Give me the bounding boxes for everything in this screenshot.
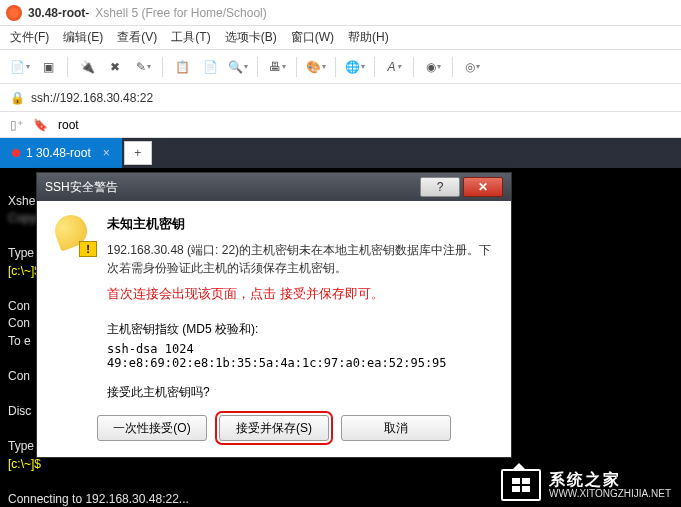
properties-button[interactable]: ✎ bbox=[131, 55, 155, 79]
dialog-question: 接受此主机密钥吗? bbox=[107, 384, 493, 401]
dialog-heading: 未知主机密钥 bbox=[107, 215, 493, 233]
copy-button[interactable]: 📋 bbox=[170, 55, 194, 79]
add-bookmark-icon[interactable]: ▯⁺ bbox=[10, 118, 23, 132]
dialog-message: 192.168.30.48 (端口: 22)的主机密钥未在本地主机密钥数据库中注… bbox=[107, 241, 493, 277]
address-bar: 🔒 ssh://192.168.30.48:22 bbox=[0, 84, 681, 112]
fingerprint-label: 主机密钥指纹 (MD5 校验和): bbox=[107, 321, 493, 338]
terminal-line: Con bbox=[8, 369, 30, 383]
menu-help[interactable]: 帮助(H) bbox=[348, 29, 389, 46]
watermark: 系统之家 WWW.XITONGZHIJIA.NET bbox=[501, 469, 671, 501]
terminal-line: Con bbox=[8, 299, 30, 313]
menubar: 文件(F) 编辑(E) 查看(V) 工具(T) 选项卡(B) 窗口(W) 帮助(… bbox=[0, 26, 681, 50]
lock-icon: 🔒 bbox=[10, 91, 25, 105]
address-text[interactable]: ssh://192.168.30.48:22 bbox=[31, 91, 153, 105]
accept-save-button[interactable]: 接受并保存(S) bbox=[219, 415, 329, 441]
tab-close-icon[interactable]: × bbox=[103, 146, 110, 160]
terminal-line: Type bbox=[8, 439, 34, 453]
terminal-prompt: [c:\~]$ bbox=[8, 457, 41, 471]
tab-status-dot bbox=[12, 149, 20, 157]
accept-once-button[interactable]: 一次性接受(O) bbox=[97, 415, 207, 441]
menu-tabs[interactable]: 选项卡(B) bbox=[225, 29, 277, 46]
encoding-button[interactable]: 🌐 bbox=[343, 55, 367, 79]
tab-add-button[interactable]: + bbox=[124, 141, 152, 165]
find-button[interactable]: 🔍 bbox=[226, 55, 250, 79]
fingerprint-value: ssh-dsa 1024 49:e8:69:02:e8:1b:35:5a:4a:… bbox=[107, 342, 493, 370]
toolbar: 📄 ▣ 🔌 ✖ ✎ 📋 📄 🔍 🖶 🎨 🌐 A ◉ ◎ bbox=[0, 50, 681, 84]
xagent-button[interactable]: ◉ bbox=[421, 55, 445, 79]
paste-button[interactable]: 📄 bbox=[198, 55, 222, 79]
ssh-warning-dialog: SSH安全警告 ? ✕ ! 未知主机密钥 192.168.30.48 (端口: … bbox=[36, 172, 512, 458]
dialog-titlebar[interactable]: SSH安全警告 ? ✕ bbox=[37, 173, 511, 201]
window-title: 30.48-root bbox=[28, 6, 85, 20]
open-button[interactable]: ▣ bbox=[36, 55, 60, 79]
print-button[interactable]: 🖶 bbox=[265, 55, 289, 79]
xftp-button[interactable]: ◎ bbox=[460, 55, 484, 79]
terminal-line: Connecting to 192.168.30.48:22... bbox=[8, 492, 189, 506]
watermark-en: WWW.XITONGZHIJIA.NET bbox=[549, 488, 671, 499]
cancel-button[interactable]: 取消 bbox=[341, 415, 451, 441]
watermark-logo bbox=[501, 469, 541, 501]
dialog-close-button[interactable]: ✕ bbox=[463, 177, 503, 197]
menu-view[interactable]: 查看(V) bbox=[117, 29, 157, 46]
window-subtitle: Xshell 5 (Free for Home/School) bbox=[95, 6, 266, 20]
terminal-line: Con bbox=[8, 316, 30, 330]
disconnect-button[interactable]: ✖ bbox=[103, 55, 127, 79]
window-titlebar: 30.48-root - Xshell 5 (Free for Home/Sch… bbox=[0, 0, 681, 26]
bookmark-bar: ▯⁺ 🔖 root bbox=[0, 112, 681, 138]
new-session-button[interactable]: 📄 bbox=[8, 55, 32, 79]
font-button[interactable]: A bbox=[382, 55, 406, 79]
tab-strip: 1 30.48-root × + bbox=[0, 138, 681, 168]
menu-window[interactable]: 窗口(W) bbox=[291, 29, 334, 46]
reconnect-button[interactable]: 🔌 bbox=[75, 55, 99, 79]
menu-tools[interactable]: 工具(T) bbox=[171, 29, 210, 46]
session-tab[interactable]: 1 30.48-root × bbox=[0, 138, 122, 168]
bookmark-icon[interactable]: 🔖 bbox=[33, 118, 48, 132]
color-button[interactable]: 🎨 bbox=[304, 55, 328, 79]
bookmark-root[interactable]: root bbox=[58, 118, 79, 132]
terminal-line: Type bbox=[8, 246, 34, 260]
dialog-annotation: 首次连接会出现该页面，点击 接受并保存即可。 bbox=[107, 285, 493, 303]
dialog-body: ! 未知主机密钥 192.168.30.48 (端口: 22)的主机密钥未在本地… bbox=[37, 201, 511, 457]
watermark-cn: 系统之家 bbox=[549, 471, 671, 489]
menu-file[interactable]: 文件(F) bbox=[10, 29, 49, 46]
app-icon bbox=[6, 5, 22, 21]
tab-label: 1 30.48-root bbox=[26, 146, 91, 160]
terminal-line: Disc bbox=[8, 404, 31, 418]
menu-edit[interactable]: 编辑(E) bbox=[63, 29, 103, 46]
terminal-line: To e bbox=[8, 334, 31, 348]
dialog-help-button[interactable]: ? bbox=[420, 177, 460, 197]
key-warning-icon: ! bbox=[55, 215, 95, 255]
dialog-title: SSH安全警告 bbox=[45, 179, 417, 196]
